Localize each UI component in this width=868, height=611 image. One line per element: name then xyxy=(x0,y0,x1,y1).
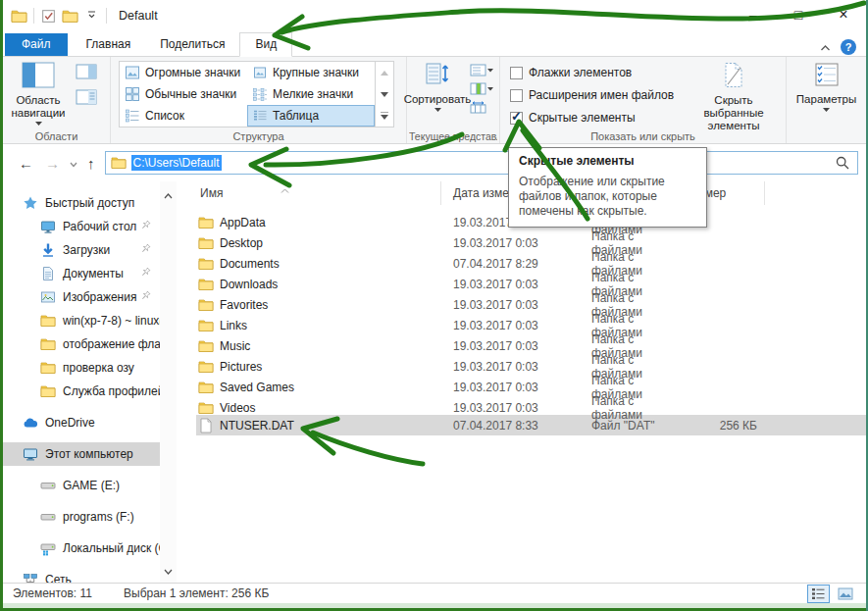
checkbox-icon[interactable]: ✓ xyxy=(510,89,523,102)
computer-icon xyxy=(23,446,38,462)
view-option[interactable]: Мелкие значки xyxy=(247,83,375,105)
maximize-button[interactable]: □ xyxy=(776,0,821,29)
scroll-up-icon[interactable] xyxy=(164,185,173,203)
file-row[interactable]: Pictures 19.03.2017 0:03 Папка с файлами xyxy=(196,353,866,374)
tab-view[interactable]: Вид xyxy=(239,32,292,57)
tab-home[interactable]: Главная xyxy=(72,33,146,56)
sidebar-scrollbar[interactable] xyxy=(160,181,177,583)
thumbnail-view-toggle[interactable] xyxy=(834,585,856,603)
picture-icon xyxy=(40,289,56,305)
checkbox-icon[interactable]: ✓ xyxy=(510,112,523,125)
forward-icon[interactable]: → xyxy=(39,155,66,172)
view-gallery: Огромные значки Обычные значки Список Кр… xyxy=(119,61,394,127)
file-date: 19.03.2017 0:03 xyxy=(441,360,584,374)
ribbon-group-panes: Область навигации Области xyxy=(3,57,111,143)
up-icon[interactable]: ↑ xyxy=(81,155,101,172)
view-option[interactable]: Таблица xyxy=(247,105,375,127)
sidebar-item[interactable]: Сеть xyxy=(3,568,160,583)
file-name: Favorites xyxy=(220,298,268,312)
search-icon[interactable] xyxy=(835,155,850,171)
file-row[interactable]: NTUSER.DAT 07.04.2017 8:33 Файл "DAT" 25… xyxy=(196,415,866,435)
recent-locations-chevron-icon[interactable] xyxy=(66,154,81,172)
file-name: Downloads xyxy=(220,278,278,291)
file-row[interactable]: Favorites 19.03.2017 0:03 Папка с файлам… xyxy=(196,291,866,312)
ribbon-group-options: Параметры xyxy=(787,57,866,143)
gallery-scroll-up-icon[interactable] xyxy=(376,62,393,83)
sidebar-item[interactable]: Рабочий стол xyxy=(3,215,160,238)
options-button[interactable]: Параметры xyxy=(791,60,863,128)
options-icon xyxy=(814,62,840,90)
sidebar-item[interactable]: проверка озу xyxy=(3,356,160,380)
file-row[interactable]: Videos 19.03.2017 0:03 Папка с файлами xyxy=(196,394,866,415)
sidebar-item[interactable]: Служба профилей xyxy=(3,380,160,403)
navigation-pane-button[interactable]: Область навигации xyxy=(3,60,74,128)
preview-pane-button[interactable] xyxy=(76,64,97,83)
hidden-items-tooltip: Скрытые элементы Отображение или скрытие… xyxy=(508,147,707,228)
sidebar-item[interactable]: Документы xyxy=(3,262,160,285)
sidebar-item[interactable]: Загрузки xyxy=(3,238,160,262)
sidebar-item[interactable]: GAME (E:) xyxy=(3,474,160,497)
checkbox-icon[interactable]: ✓ xyxy=(510,67,523,79)
sidebar-item[interactable]: Быстрый доступ xyxy=(3,191,160,215)
help-icon[interactable]: ? xyxy=(841,39,856,55)
gallery-more-icon[interactable] xyxy=(376,105,393,127)
file-row[interactable]: Downloads 19.03.2017 0:03 Папка с файлам… xyxy=(196,271,866,291)
ribbon-checkbox[interactable]: ✓ Флажки элементов xyxy=(510,64,681,81)
file-row[interactable]: Documents 07.04.2017 8:29 Папка с файлам… xyxy=(196,250,866,271)
drive-os-icon xyxy=(40,540,56,556)
group-label-layout: Структура xyxy=(113,130,404,142)
qat-new-folder-button[interactable] xyxy=(62,8,78,25)
file-row[interactable]: Links 19.03.2017 0:03 Папка с файлами xyxy=(196,312,866,332)
column-header-name[interactable]: Имя xyxy=(196,181,441,205)
view-xl-icon xyxy=(125,65,140,80)
folder-icon xyxy=(198,235,214,251)
sort-button[interactable]: Сортировать xyxy=(407,60,468,128)
collapse-ribbon-icon[interactable] xyxy=(820,38,831,56)
status-bar: Элементов: 11 Выбран 1 элемент: 256 КБ xyxy=(3,583,866,603)
scroll-down-icon[interactable] xyxy=(164,561,173,579)
tab-file[interactable]: Файл xyxy=(5,33,68,56)
title-bar: Default – □ × xyxy=(3,0,866,31)
group-label-panes: Области xyxy=(5,130,108,142)
sidebar-item[interactable]: отображение флаж xyxy=(3,332,160,356)
add-columns-button[interactable] xyxy=(470,82,493,95)
details-view-toggle[interactable] xyxy=(807,585,830,603)
view-list-icon xyxy=(125,108,140,124)
sidebar-item[interactable]: win(xp-7-8) ~ linux( xyxy=(3,309,160,332)
view-option[interactable]: Обычные значки xyxy=(120,83,247,105)
minimize-button[interactable]: – xyxy=(731,0,776,29)
size-columns-button[interactable] xyxy=(470,101,493,114)
close-button[interactable]: × xyxy=(821,0,866,29)
file-row[interactable]: Saved Games 19.03.2017 0:03 Папка с файл… xyxy=(196,374,866,394)
tooltip-title: Скрытые элементы xyxy=(519,154,696,168)
sidebar-item[interactable]: Этот компьютер xyxy=(3,442,160,466)
view-option[interactable]: Крупные значки xyxy=(247,62,375,83)
ribbon-checkbox[interactable]: ✓ Расширения имен файлов xyxy=(510,86,681,104)
file-row[interactable]: Desktop 19.03.2017 0:03 Папка с файлами xyxy=(196,229,866,250)
ribbon-checkbox[interactable]: ✓ Скрытые элементы xyxy=(510,109,681,127)
view-option[interactable]: Список xyxy=(120,105,247,127)
explorer-window: Default – □ × Файл Главная Поделиться Ви… xyxy=(0,0,868,611)
view-option[interactable]: Огромные значки xyxy=(120,62,247,83)
sidebar-item[interactable]: Изображения xyxy=(3,285,160,309)
file-name: NTUSER.DAT xyxy=(220,419,294,433)
file-row[interactable]: Music 19.03.2017 0:03 Папка с файлами xyxy=(196,332,866,353)
file-date: 19.03.2017 0:03 xyxy=(441,319,584,332)
tab-share[interactable]: Поделиться xyxy=(145,33,239,56)
sidebar-item[interactable]: Локальный диск (C:) xyxy=(3,536,160,560)
address-path[interactable]: C:\Users\Default xyxy=(131,155,222,171)
qat-customize-chevron[interactable] xyxy=(87,11,96,21)
details-pane-button[interactable] xyxy=(76,89,97,109)
sidebar-item[interactable]: OneDrive xyxy=(3,411,160,434)
address-folder-icon xyxy=(111,155,127,171)
qat-properties-button[interactable] xyxy=(40,8,57,25)
group-by-button[interactable] xyxy=(470,64,493,76)
hide-selected-button[interactable]: Скрыть выбранные элементы xyxy=(683,60,785,128)
view-s-icon xyxy=(252,86,268,102)
gallery-scroll-down-icon[interactable] xyxy=(376,83,393,105)
download-icon xyxy=(40,242,56,258)
sidebar-item[interactable]: programs (F:) xyxy=(3,505,160,529)
back-icon[interactable]: ← xyxy=(13,155,39,172)
file-size: 256 КБ xyxy=(682,419,765,433)
file-type: Файл "DAT" xyxy=(584,419,682,433)
